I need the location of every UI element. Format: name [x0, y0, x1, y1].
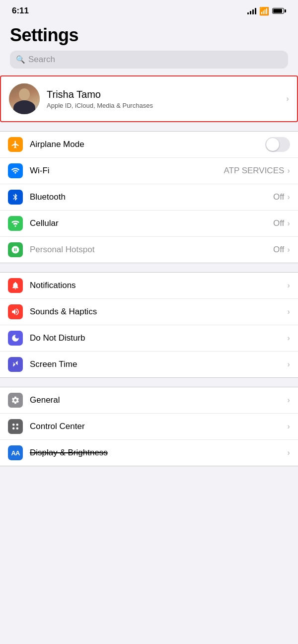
do-not-disturb-icon	[8, 331, 23, 346]
cellular-label: Cellular	[30, 218, 273, 228]
control-center-row[interactable]: Control Center ›	[0, 414, 298, 440]
battery-icon	[272, 8, 286, 14]
general-icon	[8, 393, 23, 408]
profile-info: Trisha Tamo Apple ID, iCloud, Media & Pu…	[47, 89, 286, 109]
control-center-label: Control Center	[30, 422, 287, 431]
airplane-mode-label: Airplane Mode	[30, 140, 265, 149]
sounds-chevron: ›	[287, 307, 290, 317]
search-placeholder: Search	[28, 55, 55, 65]
search-icon: 🔍	[16, 55, 25, 64]
svg-point-3	[16, 428, 19, 430]
hotspot-icon	[8, 242, 23, 257]
general-row[interactable]: General ›	[0, 387, 298, 414]
display-row[interactable]: AA Display & Brightness ›	[0, 440, 298, 466]
bluetooth-value: Off	[273, 192, 284, 202]
wifi-label: Wi-Fi	[30, 166, 224, 176]
bluetooth-chevron: ›	[287, 192, 290, 202]
status-time: 6:11	[12, 6, 29, 16]
notifications-icon	[8, 278, 23, 293]
page-title-section: Settings	[0, 20, 298, 51]
bluetooth-label: Bluetooth	[30, 192, 273, 202]
sounds-icon	[8, 304, 23, 319]
connectivity-section: Airplane Mode Wi-Fi ATP SERVICES › Bluet…	[0, 131, 298, 263]
airplane-mode-toggle[interactable]	[265, 137, 290, 152]
profile-chevron: ›	[286, 94, 289, 104]
status-bar: 6:11 📶	[0, 0, 298, 20]
cellular-value: Off	[273, 218, 284, 228]
control-center-chevron: ›	[287, 422, 290, 431]
search-bar-container: 🔍 Search	[0, 51, 298, 75]
search-bar[interactable]: 🔍 Search	[10, 51, 288, 69]
screen-time-label: Screen Time	[30, 359, 287, 369]
avatar	[9, 83, 40, 114]
airplane-mode-icon	[8, 137, 23, 152]
profile-row[interactable]: Trisha Tamo Apple ID, iCloud, Media & Pu…	[0, 75, 298, 122]
notifications-section: Notifications › Sounds & Haptics › Do No…	[0, 272, 298, 378]
hotspot-chevron: ›	[287, 245, 290, 255]
cellular-chevron: ›	[287, 218, 290, 228]
bluetooth-icon	[8, 190, 23, 205]
screen-time-chevron: ›	[287, 359, 290, 369]
hotspot-value: Off	[273, 245, 284, 255]
notifications-label: Notifications	[30, 281, 287, 290]
wifi-row[interactable]: Wi-Fi ATP SERVICES ›	[0, 158, 298, 184]
airplane-mode-row[interactable]: Airplane Mode	[0, 132, 298, 158]
do-not-disturb-chevron: ›	[287, 333, 290, 343]
cellular-row[interactable]: Cellular Off ›	[0, 211, 298, 237]
hotspot-label: Personal Hotspot	[30, 245, 273, 255]
general-section: General › Control Center › AA Display & …	[0, 387, 298, 466]
wifi-icon: 📶	[259, 6, 269, 16]
display-icon: AA	[8, 445, 23, 460]
status-icons: 📶	[247, 6, 286, 16]
notifications-row[interactable]: Notifications ›	[0, 273, 298, 299]
display-label: Display & Brightness	[30, 448, 287, 458]
hotspot-row[interactable]: Personal Hotspot Off ›	[0, 237, 298, 263]
svg-point-1	[16, 424, 19, 426]
cellular-icon	[8, 216, 23, 231]
profile-name: Trisha Tamo	[47, 89, 286, 100]
svg-point-0	[12, 424, 15, 426]
sounds-label: Sounds & Haptics	[30, 307, 287, 317]
wifi-settings-icon	[8, 163, 23, 178]
control-center-icon	[8, 419, 23, 434]
page-title: Settings	[10, 25, 288, 46]
profile-subtitle: Apple ID, iCloud, Media & Purchases	[47, 102, 286, 109]
signal-icon	[247, 7, 256, 14]
general-label: General	[30, 395, 287, 405]
screen-time-row[interactable]: Screen Time ›	[0, 352, 298, 377]
do-not-disturb-label: Do Not Disturb	[30, 333, 287, 343]
svg-point-2	[12, 428, 15, 430]
wifi-chevron: ›	[287, 166, 290, 176]
sounds-row[interactable]: Sounds & Haptics ›	[0, 299, 298, 325]
do-not-disturb-row[interactable]: Do Not Disturb ›	[0, 325, 298, 352]
notifications-chevron: ›	[287, 281, 290, 290]
wifi-value: ATP SERVICES	[224, 166, 284, 176]
general-chevron: ›	[287, 395, 290, 405]
bluetooth-row[interactable]: Bluetooth Off ›	[0, 184, 298, 211]
display-chevron: ›	[287, 448, 290, 458]
screen-time-icon	[8, 357, 23, 372]
